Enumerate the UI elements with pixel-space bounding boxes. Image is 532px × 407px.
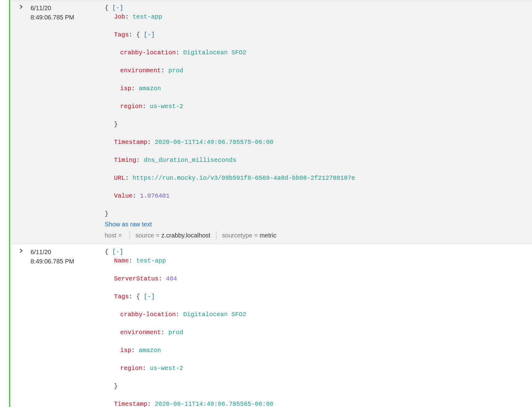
collapse-toggle[interactable]: [-]: [144, 31, 155, 38]
event-body: { [-] Name: test-app ServerStatus: 404 T…: [105, 244, 532, 407]
event-body: { [-] Job: test-app Tags: { [-] crabby-l…: [105, 0, 532, 244]
collapse-toggle[interactable]: [-]: [144, 293, 155, 300]
event-timestamp: 6/11/20 8:49:06.785 PM: [31, 0, 105, 244]
event-timestamp: 6/11/20 8:49:06.785 PM: [31, 244, 105, 407]
selection-indicator-bar: [9, 0, 10, 407]
meta-host[interactable]: host =: [105, 232, 124, 239]
show-raw-link[interactable]: Show as raw text: [105, 221, 529, 228]
chevron-right-icon[interactable]: [18, 249, 23, 253]
collapse-toggle[interactable]: [-]: [112, 4, 123, 11]
event-rows: 6/11/20 8:49:06.785 PM { [-] Job: test-a…: [10, 0, 532, 407]
chevron-right-icon[interactable]: [18, 5, 23, 9]
expand-cell: [10, 0, 31, 244]
event-row: 6/11/20 8:49:06.785 PM { [-] Job: test-a…: [10, 0, 532, 244]
event-date: 6/11/20: [31, 247, 102, 257]
event-date: 6/11/20: [31, 3, 102, 13]
event-time: 8:49:06.785 PM: [31, 13, 102, 22]
event-json: { [-] Job: test-app Tags: { [-] crabby-l…: [105, 3, 529, 218]
collapse-toggle[interactable]: [-]: [112, 248, 123, 255]
divider: [129, 232, 130, 239]
event-meta: host = source = z.crabby.localhost sourc…: [105, 232, 529, 239]
event-json: { [-] Name: test-app ServerStatus: 404 T…: [105, 247, 529, 407]
event-row: 6/11/20 8:49:06.785 PM { [-] Name: test-…: [10, 244, 532, 407]
divider: [216, 232, 217, 239]
meta-source[interactable]: source = z.crabby.localhost: [136, 232, 210, 239]
expand-cell: [10, 244, 31, 407]
meta-sourcetype[interactable]: sourcetype = metric: [222, 232, 277, 239]
event-time: 8:49:06.785 PM: [31, 257, 102, 266]
